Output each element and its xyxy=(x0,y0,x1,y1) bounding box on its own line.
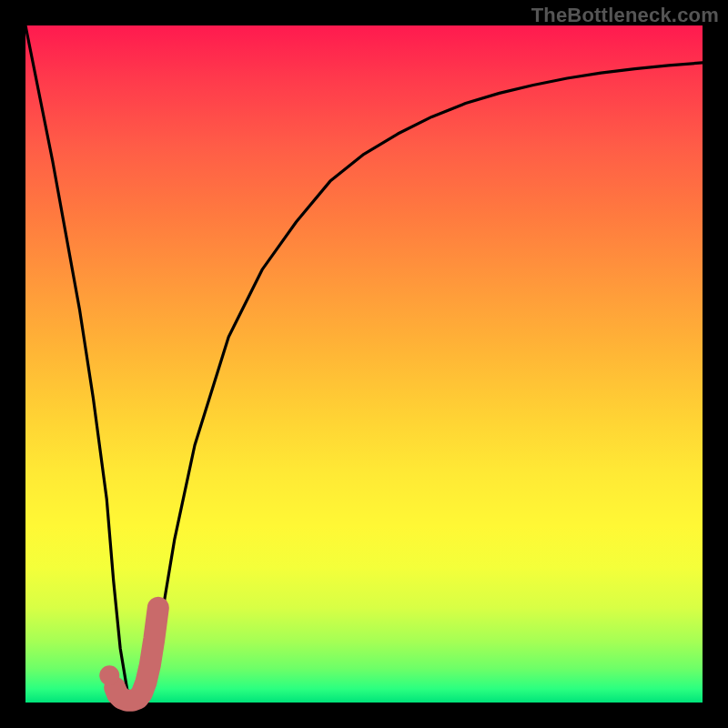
chart-frame: TheBottleneck.com xyxy=(0,0,728,728)
chart-svg xyxy=(25,25,703,703)
j-marker-dot xyxy=(99,665,119,685)
bottleneck-curve xyxy=(25,25,703,703)
plot-area xyxy=(25,25,703,703)
watermark-text: TheBottleneck.com xyxy=(531,4,719,27)
